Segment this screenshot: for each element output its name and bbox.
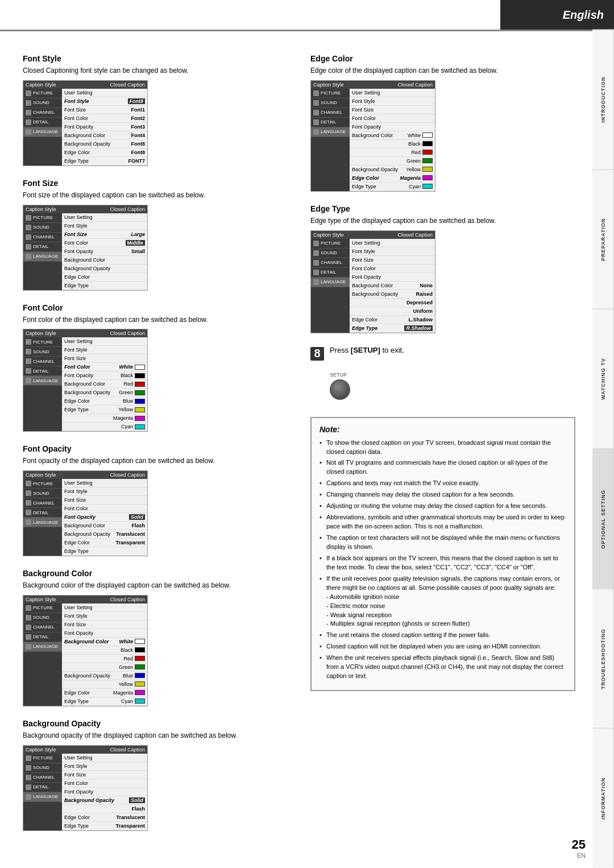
detail-icon xyxy=(26,634,31,640)
note-title: Note: xyxy=(320,425,566,434)
menu-row: User Setting xyxy=(62,337,147,346)
tab-preparation[interactable]: PREPARATION xyxy=(592,170,614,309)
menu-row: Magenta xyxy=(62,414,147,423)
section-font-style: Font Style Closed Captioning font style … xyxy=(23,54,288,166)
tab-introduction[interactable]: INTRODUCTION xyxy=(592,30,614,170)
note-list: To show the closed caption on your TV sc… xyxy=(320,439,566,681)
menu-header-right: Closed Caption xyxy=(110,597,145,602)
detail-icon xyxy=(313,119,319,125)
sound-icon xyxy=(26,349,31,354)
edge-type-title: Edge Type xyxy=(310,204,575,213)
menu-header-left: Caption Style xyxy=(26,330,56,336)
right-tabs: INTRODUCTION PREPARATION WATCHING TV OPT… xyxy=(592,30,614,868)
note-item: Adjusting or muting the volume may delay… xyxy=(320,502,566,511)
menu-sidebar: PICTURE SOUND CHANNEL DETAIL LANGUAGE xyxy=(311,89,350,191)
sidebar-channel: CHANNEL xyxy=(23,357,62,366)
menu-row: Font Style xyxy=(62,487,147,496)
channel-icon xyxy=(26,234,31,240)
menu-row: Font Opacity xyxy=(62,629,147,638)
yellow-swatch xyxy=(135,407,145,412)
picture-icon xyxy=(26,215,31,221)
menu-body: PICTURE SOUND CHANNEL DETAIL LANGUAGE Us… xyxy=(23,337,147,431)
note-item: If the unit receives poor quality televi… xyxy=(320,574,566,629)
note-item: When the unit receives special effects p… xyxy=(320,654,566,681)
menu-row: User Setting xyxy=(62,479,147,487)
page-footer: 25 EN xyxy=(572,837,586,859)
note-item: Changing channels may delay the closed c… xyxy=(320,490,566,499)
menu-row: Uniform xyxy=(350,307,435,316)
menu-row: Font OpacityFont3 xyxy=(62,123,147,131)
menu-row: Black xyxy=(350,140,435,148)
sound-icon xyxy=(26,765,31,771)
menu-row: Background ColorNone xyxy=(350,282,435,290)
sidebar-detail: DETAIL xyxy=(311,268,350,278)
white-swatch xyxy=(135,639,145,644)
sidebar-language: LANGUAGE xyxy=(23,127,62,137)
menu-body: PICTURE SOUND CHANNEL DETAIL LANGUAGE Us… xyxy=(311,89,435,191)
bg-color-title: Background Color xyxy=(23,569,288,578)
menu-row: Font Opacity xyxy=(62,788,147,796)
edge-type-desc: Edge type of the displayed caption can b… xyxy=(310,216,575,226)
sidebar-sound: SOUND xyxy=(23,613,62,623)
step-number: 8 xyxy=(310,347,324,361)
menu-row: Green xyxy=(350,157,435,166)
menu-row: Flash xyxy=(62,805,147,813)
menu-row: Background OpacityBlue xyxy=(62,672,147,680)
font-color-desc: Font color of the displayed caption can … xyxy=(23,315,288,325)
menu-row: Font Size xyxy=(62,771,147,779)
menu-row: Edge ColorTransparent xyxy=(62,539,147,547)
menu-header-right: Closed Caption xyxy=(397,232,433,238)
menu-row: Font ColorFont2 xyxy=(62,114,147,123)
menu-header-left: Caption Style xyxy=(26,597,56,602)
picture-icon xyxy=(26,605,31,611)
detail-icon xyxy=(26,119,31,125)
font-size-desc: Font size of the displayed caption can b… xyxy=(23,191,288,200)
menu-row: Black xyxy=(62,646,147,655)
sidebar-picture: PICTURE xyxy=(23,213,62,223)
blue-swatch xyxy=(135,399,145,404)
tab-information[interactable]: INFORMATION xyxy=(592,728,614,868)
menu-row: Background ColorRed xyxy=(62,380,147,388)
menu-body: PICTURE SOUND CHANNEL DETAIL LANGUAGE Us… xyxy=(23,213,147,290)
picture-icon xyxy=(313,90,319,96)
menu-header: Caption Style Closed Caption xyxy=(23,746,147,754)
step-8-area: 8 Press [SETUP] to exit. xyxy=(310,346,575,361)
setup-button-area: SETUP xyxy=(330,372,575,400)
menu-row: Background OpacityGreen xyxy=(62,388,147,397)
white-swatch xyxy=(135,365,145,370)
menu-row: Font Opacity xyxy=(350,273,435,282)
cyan-swatch xyxy=(135,698,145,704)
sidebar-language: LANGUAGE xyxy=(23,376,62,386)
menu-header-right: Closed Caption xyxy=(110,82,145,88)
yellow-swatch xyxy=(135,681,145,687)
picture-icon xyxy=(313,241,319,246)
sidebar-channel: CHANNEL xyxy=(311,258,350,268)
font-size-title: Font Size xyxy=(23,179,288,188)
menu-header-left: Caption Style xyxy=(313,82,344,88)
menu-row: Font Style xyxy=(62,346,147,354)
menu-header: Caption Style Closed Caption xyxy=(23,596,147,604)
menu-row: Cyan xyxy=(62,423,147,431)
menu-header-left: Caption Style xyxy=(26,206,56,212)
section-font-size: Font Size Font size of the displayed cap… xyxy=(23,179,288,291)
tab-optional-setting[interactable]: OPTIONAL SETTING xyxy=(592,449,614,589)
detail-icon xyxy=(26,368,31,374)
menu-header: Caption Style Closed Caption xyxy=(23,329,147,337)
menu-row: Edge TypeTransparent xyxy=(62,822,147,830)
menu-row: Font OpacitySolid xyxy=(62,513,147,522)
font-opacity-desc: Font opacity of the displayed caption ca… xyxy=(23,456,288,466)
right-column: Edge Color Edge color of the displayed c… xyxy=(310,54,575,844)
tab-watching-tv[interactable]: WATCHING TV xyxy=(592,309,614,449)
sidebar-sound: SOUND xyxy=(311,249,350,258)
menu-rows: User Setting Font Style Font Size Font C… xyxy=(350,89,435,191)
note-item: Not all TV programs and commercials have… xyxy=(320,458,566,477)
menu-row: Font Size xyxy=(62,354,147,363)
white-swatch xyxy=(422,133,433,138)
black-swatch xyxy=(135,373,145,378)
setup-btn-circle[interactable] xyxy=(330,379,350,400)
menu-row: Font ColorWhite xyxy=(62,363,147,371)
tab-troubleshooting[interactable]: TROUBLESHOOTING xyxy=(592,589,614,729)
menu-row: Edge Type xyxy=(62,282,147,290)
menu-header-right: Closed Caption xyxy=(110,206,145,212)
sidebar-language: LANGUAGE xyxy=(23,518,62,527)
